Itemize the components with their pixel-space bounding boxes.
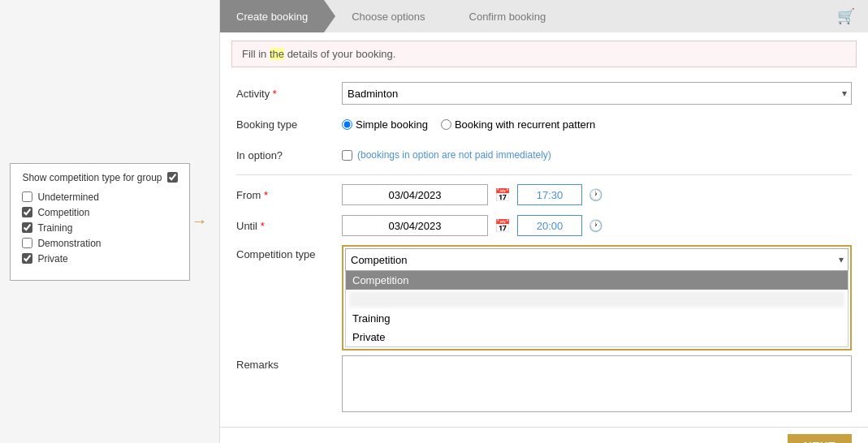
competition-type-outer-border: Competition ▾ Competition Training Priva… (342, 245, 852, 351)
from-controls: 📅 🕐 (342, 184, 852, 205)
booking-type-controls: Simple booking Booking with recurrent pa… (342, 118, 852, 131)
wizard-steps: Create booking Choose options Confirm bo… (220, 0, 868, 32)
until-label: Until * (236, 220, 342, 232)
checkbox-competition[interactable] (22, 207, 32, 217)
filter-label-training: Training (37, 222, 72, 234)
remarks-label: Remarks (236, 359, 342, 371)
from-label: From * (236, 189, 342, 201)
main-content: Create booking Choose options Confirm bo… (219, 0, 868, 443)
in-option-controls: (bookings in option are not paid immedia… (342, 149, 852, 161)
until-row: Until * 📅 🕐 (236, 214, 852, 237)
step3-label: Confirm booking (469, 11, 546, 23)
wizard-step-confirm[interactable]: Confirm booking (442, 0, 563, 32)
cancel-button[interactable]: Cancel (745, 441, 777, 444)
wizard-step-options[interactable]: Choose options (324, 0, 441, 32)
radio-simple: Simple booking (342, 118, 428, 131)
filter-label-private: Private (37, 253, 67, 265)
filter-item-undetermined: Undetermined (22, 191, 177, 203)
form-area: Activity * Badminton Booking type Simple… (220, 75, 868, 427)
checkbox-training[interactable] (22, 222, 32, 233)
radio-simple-label: Simple booking (356, 118, 428, 131)
info-bar: Fill in the details of your booking. (231, 41, 857, 67)
step2-label: Choose options (352, 11, 425, 23)
filter-label-competition: Competition (37, 207, 89, 218)
activity-row: Activity * Badminton (236, 82, 852, 105)
from-date-input[interactable] (342, 184, 488, 205)
until-time-input[interactable] (517, 215, 582, 236)
footer-buttons: Cancel NEXT (220, 427, 868, 443)
radio-simple-input[interactable] (342, 119, 352, 130)
in-option-label: In option? (236, 149, 342, 161)
booking-type-row: Booking type Simple booking Booking with… (236, 113, 852, 135)
filter-item-competition: Competition (22, 207, 177, 218)
competition-type-label: Competition type (236, 248, 342, 260)
filter-item-private: Private (22, 253, 177, 265)
until-date-input[interactable] (342, 215, 488, 236)
competition-type-dropdown: Competition Training Private (345, 271, 849, 347)
ct-option-private[interactable]: Private (346, 328, 848, 346)
checkbox-demonstration[interactable] (22, 238, 32, 248)
activity-select[interactable]: Badminton (342, 82, 852, 105)
left-sidebar: Show competition type for group Undeterm… (0, 0, 219, 443)
from-clock-icon[interactable]: 🕐 (587, 188, 604, 201)
info-text-highlight: the (270, 48, 284, 60)
competition-type-select[interactable]: Competition (345, 248, 849, 271)
checkbox-private[interactable] (22, 253, 32, 264)
form-divider (236, 174, 852, 175)
ct-option-training[interactable]: Training (346, 309, 848, 328)
until-controls: 📅 🕐 (342, 215, 852, 236)
remarks-textarea[interactable] (342, 355, 852, 412)
filter-item-demonstration: Demonstration (22, 238, 177, 249)
competition-type-select-wrapper: Competition ▾ (345, 248, 849, 271)
arrow-connector: → (190, 212, 209, 230)
info-text-after: details of your booking. (284, 48, 395, 60)
remarks-row: Remarks (236, 355, 852, 412)
competition-type-row: Competition type Competition ▾ Competiti… (236, 245, 852, 351)
from-time-input[interactable] (517, 184, 582, 205)
cart-icon: 🛒 (824, 7, 868, 25)
checkbox-undetermined[interactable] (22, 191, 32, 202)
required-star: * (273, 88, 277, 100)
info-text-before: Fill in (242, 48, 270, 60)
from-row: From * 📅 🕐 (236, 183, 852, 206)
until-clock-icon[interactable]: 🕐 (587, 219, 604, 232)
filter-label-demonstration: Demonstration (37, 238, 101, 249)
next-button[interactable]: NEXT (788, 434, 852, 443)
activity-select-wrapper: Badminton (342, 82, 852, 105)
group-filter-label: Show competition type for group (22, 172, 162, 183)
filter-label-undetermined: Undetermined (37, 191, 98, 203)
radio-group: Simple booking Booking with recurrent pa… (342, 118, 595, 131)
in-option-checkbox[interactable] (342, 150, 352, 161)
competition-group-filter: Show competition type for group Undeterm… (10, 163, 189, 281)
wizard-step-create[interactable]: Create booking (220, 0, 324, 32)
activity-label: Activity * (236, 88, 342, 100)
filter-item-training: Training (22, 222, 177, 234)
booking-type-label: Booking type (236, 118, 342, 131)
radio-recurrent-input[interactable] (441, 119, 451, 130)
ct-blurred-bar (349, 291, 844, 308)
ct-option-competition[interactable]: Competition (346, 271, 848, 290)
from-calendar-icon[interactable]: 📅 (493, 187, 512, 203)
in-option-row: In option? (bookings in option are not p… (236, 144, 852, 166)
radio-recurrent-label: Booking with recurrent pattern (455, 118, 595, 131)
step1-label: Create booking (236, 11, 308, 23)
in-option-note: (bookings in option are not paid immedia… (357, 149, 551, 161)
radio-recurrent: Booking with recurrent pattern (441, 118, 595, 131)
remarks-control (342, 355, 852, 412)
until-calendar-icon[interactable]: 📅 (493, 218, 512, 234)
group-filter-toggle[interactable] (167, 172, 178, 183)
